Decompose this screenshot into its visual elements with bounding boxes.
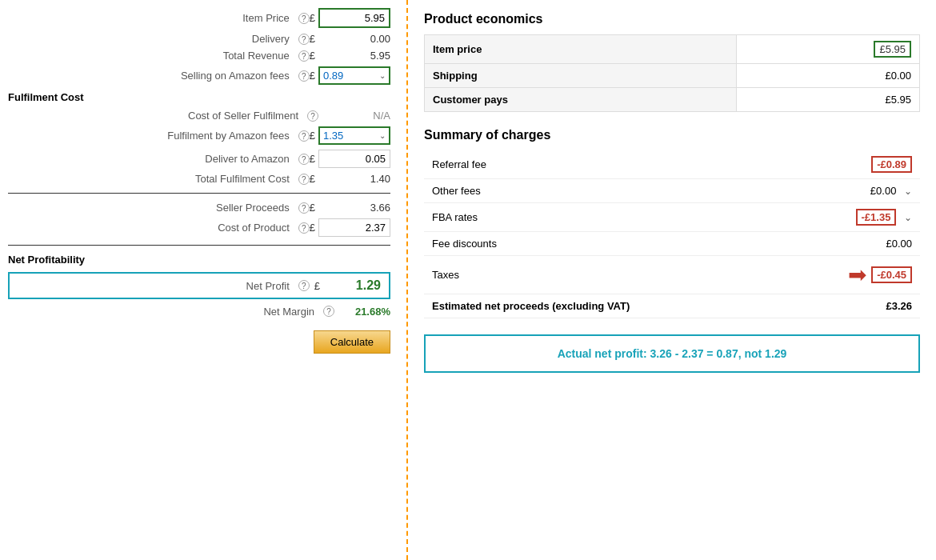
econ-shipping-label: Shipping [425,64,737,88]
net-margin-row: Net Margin ? 21.68% [8,306,390,318]
total-fulfilment-label: Total Fulfilment Cost [8,173,290,185]
other-fees-row: Other fees £0.00 ⌄ [424,179,920,203]
fba-fees-info-icon[interactable]: ? [298,130,310,142]
referral-fee-value: -£0.89 [871,156,912,173]
referral-fee-label: Referral fee [424,150,785,179]
charges-table: Referral fee -£0.89 Other fees £0.00 ⌄ F… [424,150,920,318]
calculate-button[interactable]: Calculate [314,330,390,354]
net-margin-label: Net Margin [263,306,314,318]
net-proceeds-label: Estimated net proceeds (excluding VAT) [424,294,785,318]
fulfilment-cost-title: Fulfilment Cost [8,91,390,103]
net-proceeds-row: Estimated net proceeds (excluding VAT) £… [424,294,920,318]
selling-fees-row: Selling on Amazon fees ? £ 0.89 ⌄ [8,66,390,85]
delivery-label: Delivery [8,33,290,45]
product-economics-section: Product economics Item price £5.95 Shipp… [424,12,920,112]
econ-customer-pays-label: Customer pays [425,88,737,112]
red-arrow-icon: ➡ [848,262,866,288]
total-fulfilment-value: 1.40 [318,173,390,185]
fee-discounts-value-cell: £0.00 [785,232,920,256]
fba-fees-dropdown[interactable]: 1.35 ⌄ [318,126,390,145]
separator-2 [8,245,390,246]
net-profit-value: 1.29 [325,278,381,293]
deliver-amazon-input[interactable] [318,150,390,168]
right-panel: Product economics Item price £5.95 Shipp… [408,0,936,560]
econ-item-price-label: Item price [425,35,737,64]
taxes-label: Taxes [424,256,785,294]
cost-seller-info-icon[interactable]: ? [307,110,318,122]
summary-title: Summary of charges [424,128,920,142]
fba-fees-value: 1.35 [323,130,343,142]
item-price-info-icon[interactable]: ? [298,13,310,24]
total-revenue-info-icon[interactable]: ? [298,50,310,62]
total-fulfilment-row: Total Fulfilment Cost ? £ 1.40 [8,173,390,185]
net-proceeds-value: £3.26 [785,294,920,318]
net-profit-info-icon[interactable]: ? [298,280,310,291]
other-fees-label: Other fees [424,179,785,203]
referral-fee-row: Referral fee -£0.89 [424,150,920,179]
cost-seller-value: N/A [318,110,390,122]
net-margin-info-icon[interactable]: ? [323,306,334,317]
selling-fees-label: Selling on Amazon fees [8,70,290,82]
fba-rates-value-cell: -£1.35 ⌄ [785,203,920,232]
selling-fees-arrow-icon: ⌄ [379,71,386,80]
net-profit-box: Net Profit ? £ 1.29 [8,272,390,299]
econ-item-price-row: Item price £5.95 [425,35,920,64]
seller-proceeds-value: 3.66 [318,202,390,214]
other-fees-value-cell: £0.00 ⌄ [785,179,920,203]
cost-of-product-info-icon[interactable]: ? [298,222,310,234]
delivery-row: Delivery ? £ 0.00 [8,33,390,45]
selling-fees-value: 0.89 [323,70,343,82]
econ-customer-pays-value: £5.95 [736,88,919,112]
left-panel: Item Price ? £ Delivery ? £ 0.00 Total R… [0,0,408,560]
taxes-value: -£0.45 [871,266,912,283]
fee-discounts-label: Fee discounts [424,232,785,256]
seller-proceeds-label: Seller Proceeds [8,202,290,214]
econ-customer-pays-row: Customer pays £5.95 [425,88,920,112]
fba-fees-row: Fulfilment by Amazon fees ? £ 1.35 ⌄ [8,126,390,145]
net-profitability-title: Net Profitability [8,254,390,266]
other-fees-chevron-icon[interactable]: ⌄ [904,186,912,197]
deliver-amazon-label: Deliver to Amazon [8,153,290,165]
fba-fees-label: Fulfilment by Amazon fees [8,130,290,142]
cost-seller-label: Cost of Seller Fulfilment [8,110,298,122]
fee-discounts-value: £0.00 [886,238,912,250]
referral-fee-value-cell: -£0.89 [785,150,920,179]
cost-seller-row: Cost of Seller Fulfilment ? N/A [8,110,390,122]
item-price-row: Item Price ? £ [8,8,390,28]
delivery-info-icon[interactable]: ? [298,34,310,45]
summary-section: Summary of charges Referral fee -£0.89 O… [424,128,920,318]
selling-fees-info-icon[interactable]: ? [298,70,310,82]
delivery-value: 0.00 [318,33,390,45]
total-revenue-label: Total Revenue [8,50,290,62]
deliver-amazon-info-icon[interactable]: ? [298,154,310,165]
fba-rates-row: FBA rates -£1.35 ⌄ [424,203,920,232]
seller-proceeds-row: Seller Proceeds ? £ 3.66 [8,202,390,214]
other-fees-value: £0.00 [870,185,897,197]
fba-rates-chevron-icon[interactable]: ⌄ [904,212,912,223]
product-economics-table: Item price £5.95 Shipping £0.00 Customer… [424,34,920,112]
econ-item-price-value: £5.95 [736,35,919,64]
fee-discounts-row: Fee discounts £0.00 [424,232,920,256]
actual-net-profit-box: Actual net profit: 3.26 - 2.37 = 0.87, n… [424,334,920,373]
total-revenue-row: Total Revenue ? £ 5.95 [8,50,390,62]
seller-proceeds-info-icon[interactable]: ? [298,202,310,214]
total-revenue-value: 5.95 [318,50,390,62]
fba-fees-arrow-icon: ⌄ [379,131,386,140]
net-profit-label: Net Profit [18,280,290,292]
econ-item-price-box: £5.95 [874,41,911,58]
taxes-row: Taxes ➡ -£0.45 [424,256,920,294]
econ-shipping-row: Shipping £0.00 [425,64,920,88]
cost-of-product-input[interactable] [318,218,390,237]
selling-fees-dropdown[interactable]: 0.89 ⌄ [318,66,390,85]
deliver-amazon-row: Deliver to Amazon ? £ [8,150,390,168]
item-price-input[interactable] [318,8,390,28]
taxes-value-cell: ➡ -£0.45 [785,256,920,294]
item-price-label: Item Price [8,12,290,24]
product-economics-title: Product economics [424,12,920,26]
net-margin-value: 21.68% [334,306,390,318]
total-fulfilment-info-icon[interactable]: ? [298,174,310,185]
fba-rates-value: -£1.35 [856,209,897,226]
actual-net-profit-text: Actual net profit: 3.26 - 2.37 = 0.87, n… [558,347,787,360]
cost-of-product-row: Cost of Product ? £ [8,218,390,237]
separator-1 [8,193,390,194]
